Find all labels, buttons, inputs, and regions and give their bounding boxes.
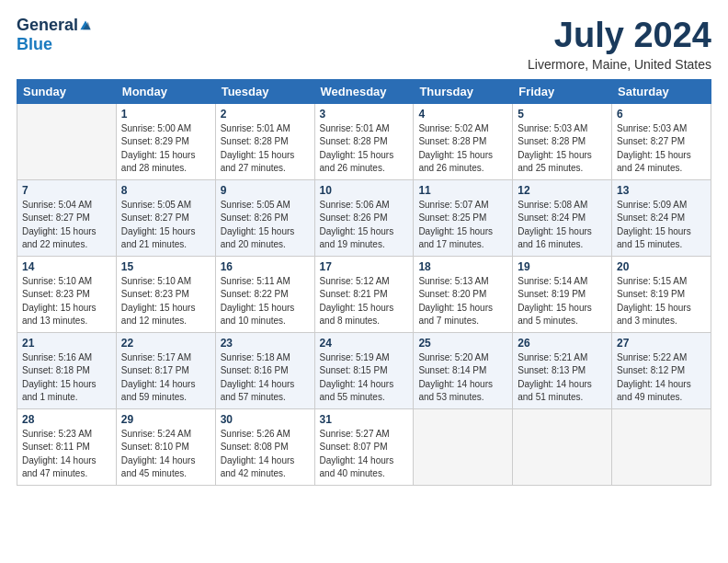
calendar-cell: 23Sunrise: 5:18 AMSunset: 8:16 PMDayligh… (215, 332, 314, 408)
day-info: Sunrise: 5:22 AMSunset: 8:12 PMDaylight:… (617, 351, 706, 405)
day-info: Sunrise: 5:16 AMSunset: 8:18 PMDaylight:… (22, 351, 111, 405)
calendar-header-row: SundayMondayTuesdayWednesdayThursdayFrid… (17, 79, 711, 103)
day-info: Sunrise: 5:00 AMSunset: 8:29 PMDaylight:… (121, 122, 210, 176)
location-title: Livermore, Maine, United States (528, 57, 711, 72)
calendar-cell: 9Sunrise: 5:05 AMSunset: 8:26 PMDaylight… (215, 179, 314, 256)
day-number: 7 (22, 184, 111, 197)
day-info: Sunrise: 5:27 AMSunset: 8:07 PMDaylight:… (320, 428, 409, 481)
calendar-cell: 28Sunrise: 5:23 AMSunset: 8:11 PMDayligh… (17, 408, 117, 485)
day-info: Sunrise: 5:19 AMSunset: 8:15 PMDaylight:… (320, 351, 409, 405)
day-number: 29 (121, 413, 210, 426)
day-number: 31 (320, 413, 409, 426)
calendar-table: SundayMondayTuesdayWednesdayThursdayFrid… (17, 79, 711, 486)
day-number: 19 (518, 260, 607, 273)
calendar-cell: 29Sunrise: 5:24 AMSunset: 8:10 PMDayligh… (116, 408, 215, 485)
day-info: Sunrise: 5:20 AMSunset: 8:14 PMDaylight:… (418, 351, 507, 405)
calendar-cell: 19Sunrise: 5:14 AMSunset: 8:19 PMDayligh… (513, 256, 612, 332)
calendar-week-row: 14Sunrise: 5:10 AMSunset: 8:23 PMDayligh… (17, 256, 711, 332)
calendar-cell: 27Sunrise: 5:22 AMSunset: 8:12 PMDayligh… (612, 332, 711, 408)
day-info: Sunrise: 5:17 AMSunset: 8:17 PMDaylight:… (121, 351, 210, 405)
day-info: Sunrise: 5:03 AMSunset: 8:28 PMDaylight:… (518, 122, 607, 176)
day-number: 10 (320, 184, 409, 197)
calendar-cell: 11Sunrise: 5:07 AMSunset: 8:25 PMDayligh… (414, 179, 513, 256)
calendar-cell: 21Sunrise: 5:16 AMSunset: 8:18 PMDayligh… (17, 332, 117, 408)
calendar-cell: 26Sunrise: 5:21 AMSunset: 8:13 PMDayligh… (513, 332, 612, 408)
calendar-cell: 16Sunrise: 5:11 AMSunset: 8:22 PMDayligh… (215, 256, 314, 332)
calendar-cell: 1Sunrise: 5:00 AMSunset: 8:29 PMDaylight… (116, 103, 215, 179)
calendar-cell (414, 408, 513, 485)
title-block: July 2024 Livermore, Maine, United State… (528, 17, 711, 72)
day-info: Sunrise: 5:01 AMSunset: 8:28 PMDaylight:… (320, 122, 409, 176)
day-info: Sunrise: 5:26 AMSunset: 8:08 PMDaylight:… (221, 428, 310, 481)
logo-general: General (17, 17, 78, 35)
weekday-header-friday: Friday (513, 79, 612, 103)
day-info: Sunrise: 5:10 AMSunset: 8:23 PMDaylight:… (121, 275, 210, 328)
logo-blue-text: Blue (17, 35, 52, 54)
day-number: 27 (617, 337, 706, 350)
day-info: Sunrise: 5:05 AMSunset: 8:27 PMDaylight:… (121, 199, 210, 252)
day-number: 20 (617, 260, 706, 273)
weekday-header-thursday: Thursday (414, 79, 513, 103)
day-info: Sunrise: 5:18 AMSunset: 8:16 PMDaylight:… (221, 351, 310, 405)
calendar-cell: 18Sunrise: 5:13 AMSunset: 8:20 PMDayligh… (414, 256, 513, 332)
calendar-cell (513, 408, 612, 485)
calendar-cell: 30Sunrise: 5:26 AMSunset: 8:08 PMDayligh… (215, 408, 314, 485)
day-info: Sunrise: 5:23 AMSunset: 8:11 PMDaylight:… (22, 428, 111, 481)
day-info: Sunrise: 5:24 AMSunset: 8:10 PMDaylight:… (121, 428, 210, 481)
day-number: 30 (221, 413, 310, 426)
day-info: Sunrise: 5:04 AMSunset: 8:27 PMDaylight:… (22, 199, 111, 252)
calendar-cell: 2Sunrise: 5:01 AMSunset: 8:28 PMDaylight… (215, 103, 314, 179)
day-info: Sunrise: 5:09 AMSunset: 8:24 PMDaylight:… (617, 199, 706, 252)
day-number: 6 (617, 108, 706, 121)
logo: General Blue (17, 17, 92, 54)
calendar-cell: 17Sunrise: 5:12 AMSunset: 8:21 PMDayligh… (314, 256, 414, 332)
day-number: 3 (320, 108, 409, 121)
day-number: 4 (418, 108, 507, 121)
day-number: 22 (121, 337, 210, 350)
day-info: Sunrise: 5:21 AMSunset: 8:13 PMDaylight:… (518, 351, 607, 405)
day-number: 18 (418, 260, 507, 273)
weekday-header-sunday: Sunday (17, 79, 117, 103)
day-info: Sunrise: 5:06 AMSunset: 8:26 PMDaylight:… (320, 199, 409, 252)
calendar-week-row: 7Sunrise: 5:04 AMSunset: 8:27 PMDaylight… (17, 179, 711, 256)
day-info: Sunrise: 5:05 AMSunset: 8:26 PMDaylight:… (221, 199, 310, 252)
header: General Blue July 2024 Livermore, Maine,… (17, 17, 711, 72)
calendar-cell: 8Sunrise: 5:05 AMSunset: 8:27 PMDaylight… (116, 179, 215, 256)
calendar-cell: 20Sunrise: 5:15 AMSunset: 8:19 PMDayligh… (612, 256, 711, 332)
logo-icon (79, 19, 92, 32)
calendar-cell: 31Sunrise: 5:27 AMSunset: 8:07 PMDayligh… (314, 408, 414, 485)
day-info: Sunrise: 5:15 AMSunset: 8:19 PMDaylight:… (617, 275, 706, 328)
page: General Blue July 2024 Livermore, Maine,… (0, 0, 728, 563)
calendar-cell: 5Sunrise: 5:03 AMSunset: 8:28 PMDaylight… (513, 103, 612, 179)
day-number: 2 (221, 108, 310, 121)
day-number: 12 (518, 184, 607, 197)
day-number: 25 (418, 337, 507, 350)
calendar-cell: 4Sunrise: 5:02 AMSunset: 8:28 PMDaylight… (414, 103, 513, 179)
day-number: 24 (320, 337, 409, 350)
calendar-cell: 24Sunrise: 5:19 AMSunset: 8:15 PMDayligh… (314, 332, 414, 408)
day-number: 13 (617, 184, 706, 197)
weekday-header-wednesday: Wednesday (314, 79, 414, 103)
month-title: July 2024 (528, 17, 711, 55)
calendar-cell: 10Sunrise: 5:06 AMSunset: 8:26 PMDayligh… (314, 179, 414, 256)
day-info: Sunrise: 5:12 AMSunset: 8:21 PMDaylight:… (320, 275, 409, 328)
day-number: 17 (320, 260, 409, 273)
calendar-week-row: 1Sunrise: 5:00 AMSunset: 8:29 PMDaylight… (17, 103, 711, 179)
weekday-header-tuesday: Tuesday (215, 79, 314, 103)
day-info: Sunrise: 5:03 AMSunset: 8:27 PMDaylight:… (617, 122, 706, 176)
calendar-cell: 25Sunrise: 5:20 AMSunset: 8:14 PMDayligh… (414, 332, 513, 408)
calendar-cell: 6Sunrise: 5:03 AMSunset: 8:27 PMDaylight… (612, 103, 711, 179)
day-info: Sunrise: 5:10 AMSunset: 8:23 PMDaylight:… (22, 275, 111, 328)
weekday-header-monday: Monday (116, 79, 215, 103)
day-info: Sunrise: 5:13 AMSunset: 8:20 PMDaylight:… (418, 275, 507, 328)
day-number: 26 (518, 337, 607, 350)
calendar-cell: 15Sunrise: 5:10 AMSunset: 8:23 PMDayligh… (116, 256, 215, 332)
day-number: 14 (22, 260, 111, 273)
calendar-cell: 3Sunrise: 5:01 AMSunset: 8:28 PMDaylight… (314, 103, 414, 179)
calendar-cell: 22Sunrise: 5:17 AMSunset: 8:17 PMDayligh… (116, 332, 215, 408)
day-number: 9 (221, 184, 310, 197)
calendar-cell: 7Sunrise: 5:04 AMSunset: 8:27 PMDaylight… (17, 179, 117, 256)
day-info: Sunrise: 5:02 AMSunset: 8:28 PMDaylight:… (418, 122, 507, 176)
calendar-cell: 14Sunrise: 5:10 AMSunset: 8:23 PMDayligh… (17, 256, 117, 332)
logo-text: General (17, 17, 92, 35)
